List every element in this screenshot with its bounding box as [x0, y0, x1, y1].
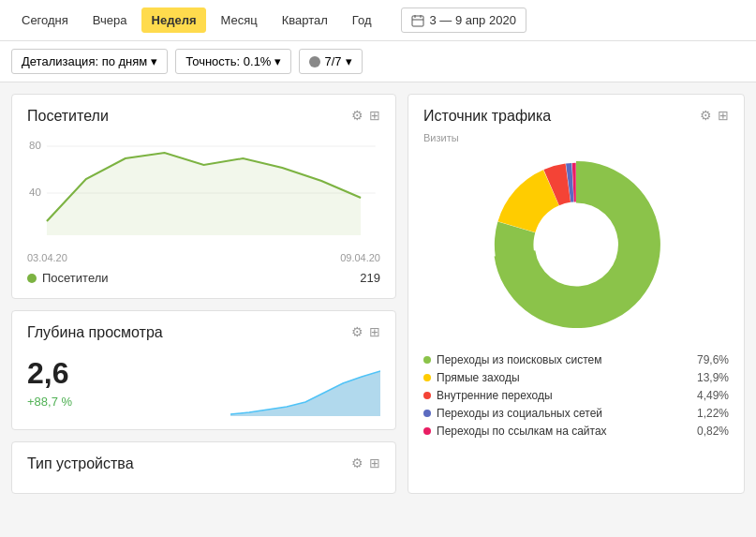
legend-visitors-label: Посетители — [42, 271, 109, 285]
period-week[interactable]: Неделя — [141, 7, 207, 33]
traffic-title: Источник трафика — [423, 108, 551, 125]
device-widget: Тип устройства ⚙ ⊞ — [11, 441, 396, 494]
traffic-legend-row-1: Прямые заходы 13,9% — [423, 371, 729, 384]
chevron-down-icon: ▾ — [151, 54, 157, 68]
traffic-legend-left-3: Переходы из социальных сетей — [423, 407, 602, 420]
visitors-legend: Посетители 219 — [27, 271, 380, 285]
visitors-widget: Посетители ⚙ ⊞ 80 40 — [11, 94, 396, 299]
chart-dates: 03.04.20 09.04.20 — [27, 252, 380, 263]
traffic-label-4: Переходы по ссылкам на сайтах — [437, 425, 607, 438]
legend-visitors: Посетители — [27, 271, 109, 285]
traffic-pct-0: 79,6% — [697, 353, 729, 366]
traffic-legend-row-4: Переходы по ссылкам на сайтах 0,82% — [423, 425, 729, 438]
date-start: 03.04.20 — [27, 252, 67, 263]
detail-label: Детализация: по дням — [22, 54, 147, 68]
depth-actions: ⚙ ⊞ — [351, 324, 380, 339]
period-today[interactable]: Сегодня — [11, 7, 79, 33]
grid-icon-traffic[interactable]: ⊞ — [718, 108, 729, 123]
sites-dropdown[interactable]: 7/7 ▾ — [299, 49, 362, 74]
gear-icon-device[interactable]: ⚙ — [351, 455, 363, 470]
period-month[interactable]: Месяц — [210, 7, 267, 33]
traffic-dot-4 — [423, 427, 431, 435]
traffic-legend-left-4: Переходы по ссылкам на сайтах — [423, 425, 607, 438]
visitors-count: 219 — [360, 271, 380, 285]
device-title: Тип устройства — [27, 455, 134, 472]
traffic-pct-3: 1,22% — [697, 407, 729, 420]
visitors-title: Посетители — [27, 108, 109, 125]
accuracy-label: Точность: 0.1% — [185, 54, 271, 68]
accuracy-dropdown[interactable]: Точность: 0.1% ▾ — [175, 49, 291, 74]
depth-value: 2,6 — [27, 356, 72, 391]
traffic-dot-2 — [423, 392, 431, 399]
grid-icon-device[interactable]: ⊞ — [369, 455, 380, 470]
period-year[interactable]: Год — [342, 7, 382, 33]
depth-header: Глубина просмотра ⚙ ⊞ — [27, 324, 380, 341]
gear-icon-depth[interactable]: ⚙ — [351, 324, 363, 339]
traffic-pct-1: 13,9% — [697, 371, 729, 384]
traffic-legend-row-3: Переходы из социальных сетей 1,22% — [423, 407, 729, 420]
svg-text:80: 80 — [29, 140, 41, 151]
left-column: Посетители ⚙ ⊞ 80 40 — [11, 94, 396, 494]
traffic-label-1: Прямые заходы — [437, 371, 520, 384]
traffic-legend-left-0: Переходы из поисковых систем — [423, 353, 601, 366]
chevron-down-icon3: ▾ — [346, 54, 352, 68]
device-header: Тип устройства ⚙ ⊞ — [27, 455, 380, 472]
svg-marker-8 — [47, 153, 361, 235]
traffic-actions: ⚙ ⊞ — [700, 108, 729, 123]
sites-dot-icon — [309, 56, 320, 67]
traffic-dot-0 — [423, 356, 431, 364]
period-bar: Сегодня Вчера Неделя Месяц Квартал Год 3… — [0, 0, 756, 41]
sites-label: 7/7 — [324, 54, 341, 68]
date-range-selector[interactable]: 3 — 9 апр 2020 — [401, 7, 526, 33]
main-content: Посетители ⚙ ⊞ 80 40 — [0, 82, 756, 505]
visitors-dot — [27, 274, 37, 283]
period-quarter[interactable]: Квартал — [272, 7, 338, 33]
visitors-chart: 80 40 — [27, 132, 380, 245]
date-range-text: 3 — 9 апр 2020 — [430, 13, 516, 27]
visitors-actions: ⚙ ⊞ — [351, 108, 380, 123]
period-yesterday[interactable]: Вчера — [82, 7, 138, 33]
traffic-dot-3 — [423, 410, 431, 417]
donut-chart — [423, 151, 729, 338]
gear-icon[interactable]: ⚙ — [351, 108, 363, 123]
traffic-legend-row-2: Внутренние переходы 4,49% — [423, 389, 729, 402]
depth-widget: Глубина просмотра ⚙ ⊞ 2,6 +88,7 % — [11, 310, 396, 430]
traffic-pct-2: 4,49% — [697, 389, 729, 402]
depth-change: +88,7 % — [27, 395, 72, 409]
detail-dropdown[interactable]: Детализация: по дням ▾ — [11, 49, 168, 74]
date-end: 09.04.20 — [340, 252, 380, 263]
depth-mini-chart — [230, 369, 380, 416]
traffic-legend-row-0: Переходы из поисковых систем 79,6% — [423, 353, 729, 366]
traffic-legend: Переходы из поисковых систем 79,6% Прямы… — [423, 353, 729, 438]
traffic-legend-left-1: Прямые заходы — [423, 371, 520, 384]
traffic-label-2: Внутренние переходы — [437, 389, 553, 402]
device-actions: ⚙ ⊞ — [351, 455, 380, 470]
right-column: Источник трафика ⚙ ⊞ Визиты — [408, 94, 745, 494]
filter-bar: Детализация: по дням ▾ Точность: 0.1% ▾ … — [0, 41, 756, 82]
calendar-icon — [411, 14, 424, 27]
traffic-header: Источник трафика ⚙ ⊞ — [423, 108, 729, 125]
traffic-subtitle: Визиты — [423, 132, 729, 143]
traffic-pct-4: 0,82% — [697, 425, 729, 438]
traffic-legend-left-2: Внутренние переходы — [423, 389, 553, 402]
grid-icon-depth[interactable]: ⊞ — [369, 324, 380, 339]
traffic-dot-1 — [423, 374, 431, 381]
traffic-widget: Источник трафика ⚙ ⊞ Визиты — [408, 94, 745, 494]
gear-icon-traffic[interactable]: ⚙ — [700, 108, 712, 123]
svg-text:40: 40 — [29, 186, 41, 198]
grid-icon[interactable]: ⊞ — [369, 108, 380, 123]
chevron-down-icon2: ▾ — [274, 54, 281, 68]
depth-title: Глубина просмотра — [27, 324, 163, 341]
svg-rect-0 — [412, 16, 423, 26]
traffic-label-0: Переходы из поисковых систем — [437, 353, 601, 366]
visitors-header: Посетители ⚙ ⊞ — [27, 108, 380, 125]
traffic-label-3: Переходы из социальных сетей — [437, 407, 602, 420]
